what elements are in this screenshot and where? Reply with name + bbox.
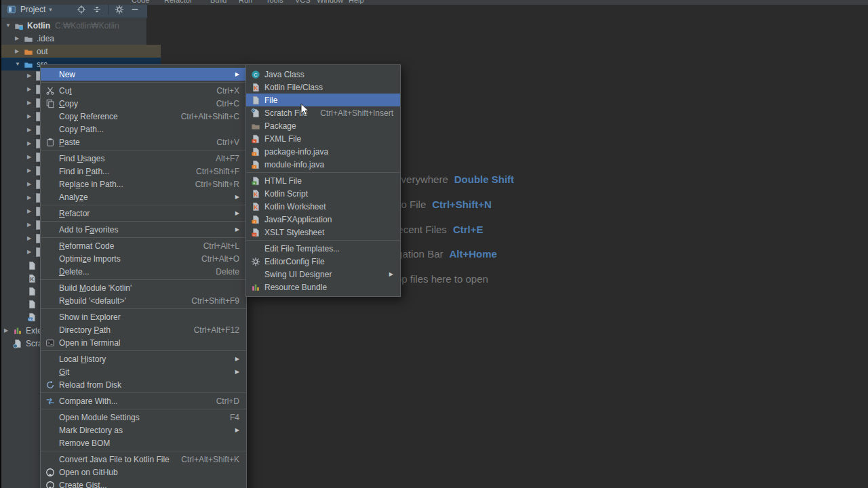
- menubar-item-vcs[interactable]: VCS: [295, 0, 311, 4]
- menubar-item-run[interactable]: Run: [239, 0, 252, 4]
- collapse-arrow-icon[interactable]: ▼: [5, 22, 14, 28]
- menubar-item-help[interactable]: Help: [349, 0, 364, 4]
- expand-arrow-icon[interactable]: ▶: [15, 35, 24, 41]
- menu-item-label: Copy: [59, 99, 78, 108]
- new-submenu-item-kotlin-worksheet[interactable]: KKotlin Worksheet: [246, 200, 400, 213]
- new-submenu-item-editorconfig-file[interactable]: EditorConfig File: [246, 255, 400, 268]
- context-menu-item-open-in-terminal[interactable]: Open in Terminal: [41, 336, 246, 349]
- expand-arrow-icon[interactable]: ▶: [27, 222, 36, 228]
- menu-item-shortcut: Delete: [206, 267, 239, 277]
- expand-arrow-icon[interactable]: ▶: [27, 249, 36, 255]
- context-menu-item-replace-in-path[interactable]: Replace in Path...Ctrl+Shift+R: [41, 178, 246, 190]
- context-menu-item-compare-with[interactable]: Compare With...Ctrl+D: [41, 394, 246, 407]
- menubar-item-tools[interactable]: Tools: [266, 0, 283, 4]
- kotlin-icon: K: [250, 202, 261, 211]
- new-submenu-item-javafxapplication[interactable]: JJavaFXApplication: [246, 213, 400, 226]
- context-menu-item-mark-directory-as[interactable]: Mark Directory as▶: [41, 424, 246, 436]
- locate-icon[interactable]: [77, 5, 86, 14]
- new-submenu-item-resource-bundle[interactable]: Resource Bundle: [246, 281, 400, 293]
- menu-item-label: Git: [59, 367, 69, 377]
- new-submenu-item-package[interactable]: Package: [246, 119, 400, 132]
- new-submenu-item-package-info-java[interactable]: Jpackage-info.java: [246, 145, 400, 158]
- expand-arrow-icon[interactable]: ▶: [27, 181, 36, 187]
- expand-arrow-icon[interactable]: ▶: [27, 195, 36, 201]
- expand-arrow-icon[interactable]: ▶: [27, 208, 36, 214]
- tree-item-idea[interactable]: ▶.idea: [1, 32, 161, 45]
- gear-icon[interactable]: [115, 5, 124, 14]
- menu-bar[interactable]: CodeRefactorBuildRunToolsVCSWindowHelp: [1, 0, 868, 5]
- new-submenu-item-fxml-file[interactable]: fxFXML File: [246, 132, 400, 145]
- context-menu-item-remove-bom[interactable]: Remove BOM: [41, 436, 246, 449]
- context-menu-item-find-usages[interactable]: Find UsagesAlt+F7: [41, 152, 246, 165]
- new-submenu-item-kotlin-file-class[interactable]: KKotlin File/Class: [246, 81, 400, 94]
- expand-arrow-icon[interactable]: ▶: [27, 167, 36, 174]
- context-menu-item-directory-path[interactable]: Directory PathCtrl+Alt+F12: [41, 323, 246, 336]
- context-menu-item-git[interactable]: Git▶: [41, 365, 246, 378]
- context-menu-item-reformat-code[interactable]: Reformat CodeCtrl+Alt+L: [41, 239, 246, 252]
- context-menu-item-build-module-kotlin[interactable]: Build Module 'Kotlin': [41, 281, 246, 294]
- collapse-arrow-icon[interactable]: ▼: [15, 61, 24, 67]
- context-menu-item-convert-java-file-to-kotlin-file[interactable]: Convert Java File to Kotlin FileCtrl+Alt…: [41, 453, 246, 466]
- context-menu-item-paste[interactable]: PasteCtrl+V: [41, 136, 246, 148]
- new-submenu-item-java-class[interactable]: CJava Class: [246, 68, 400, 81]
- new-submenu-item-swing-ui-designer[interactable]: Swing UI Designer▶: [246, 268, 400, 281]
- new-submenu-item-scratch-file[interactable]: Scratch FileCtrl+Alt+Shift+Insert: [246, 106, 400, 119]
- context-menu-item-copy[interactable]: CopyCtrl+C: [41, 97, 246, 110]
- context-menu-item-analyze[interactable]: Analyze▶: [41, 190, 246, 203]
- new-submenu-item-edit-file-templates[interactable]: Edit File Templates...: [246, 242, 400, 255]
- svg-text:J: J: [254, 165, 255, 168]
- context-menu-item-open-on-github[interactable]: Open on GitHub: [41, 466, 246, 479]
- collapse-all-icon[interactable]: [92, 5, 102, 14]
- context-menu-item-copy-reference[interactable]: Copy ReferenceCtrl+Alt+Shift+C: [41, 110, 246, 123]
- menu-item-label: Package: [264, 121, 296, 131]
- expand-arrow-icon[interactable]: ▶: [27, 140, 36, 146]
- expand-arrow-icon[interactable]: ▶: [27, 73, 36, 79]
- context-menu-item-local-history[interactable]: Local History▶: [41, 352, 246, 365]
- expand-arrow-icon[interactable]: ▶: [27, 235, 36, 241]
- context-menu-item-show-in-explorer[interactable]: Show in Explorer: [41, 310, 246, 323]
- expand-arrow-icon[interactable]: ▶: [4, 327, 13, 333]
- expand-arrow-icon[interactable]: ▶: [27, 86, 36, 92]
- menu-separator: [41, 392, 246, 393]
- menu-item-label: Build Module 'Kotlin': [59, 283, 132, 293]
- new-submenu-item-xslt-stylesheet[interactable]: <>XSLT Stylesheet: [246, 226, 400, 239]
- new-submenu-item-kotlin-script[interactable]: KKotlin Script: [246, 187, 400, 200]
- menu-item-shortcut: Ctrl+D: [207, 396, 239, 406]
- menu-item-label: Java Class: [264, 70, 304, 79]
- context-menu-item-create-gist[interactable]: Create Gist...: [41, 479, 246, 488]
- context-menu-item-rebuild-default[interactable]: Rebuild '<default>'Ctrl+Shift+F9: [41, 294, 246, 307]
- menubar-item-window[interactable]: Window: [317, 0, 343, 4]
- context-menu-item-refactor[interactable]: Refactor▶: [41, 207, 246, 220]
- menu-separator: [41, 308, 246, 309]
- expand-arrow-icon[interactable]: ▶: [27, 113, 36, 119]
- panel-title[interactable]: Project: [20, 5, 45, 14]
- context-menu-item-add-to-favorites[interactable]: Add to Favorites▶: [41, 223, 246, 236]
- terminal-icon: [45, 338, 56, 348]
- menu-item-label: EditorConfig File: [264, 257, 325, 266]
- new-submenu-item-module-info-java[interactable]: Jmodule-info.java: [246, 158, 400, 171]
- context-menu-item-optimize-imports[interactable]: Optimize ImportsCtrl+Alt+O: [41, 252, 246, 265]
- expand-arrow-icon[interactable]: ▶: [27, 127, 36, 133]
- expand-arrow-icon[interactable]: ▶: [27, 100, 36, 106]
- context-menu-item-open-module-settings[interactable]: Open Module SettingsF4: [41, 411, 246, 424]
- tree-item-out[interactable]: ▶out: [1, 45, 161, 58]
- context-menu-item-delete[interactable]: Delete...Delete: [41, 265, 246, 278]
- expand-arrow-icon[interactable]: ▶: [27, 154, 36, 160]
- github-icon: [45, 468, 56, 477]
- context-menu-item-reload-from-disk[interactable]: Reload from Disk: [41, 378, 246, 391]
- menu-item-label: Refactor: [59, 209, 90, 218]
- context-menu-item-copy-path[interactable]: Copy Path...: [41, 123, 246, 136]
- menubar-item-build[interactable]: Build: [210, 0, 226, 4]
- minimize-icon[interactable]: [130, 5, 140, 14]
- chevron-down-icon[interactable]: ▾: [49, 6, 52, 13]
- menubar-item-code[interactable]: Code: [132, 0, 149, 4]
- expand-arrow-icon[interactable]: ▶: [15, 48, 24, 54]
- menubar-item-refactor[interactable]: Refactor: [164, 0, 193, 4]
- context-menu-item-new[interactable]: New▶: [41, 68, 246, 81]
- new-submenu-item-html-file[interactable]: HHTML File: [246, 174, 400, 187]
- svg-text:K: K: [254, 85, 258, 92]
- context-menu-item-cut[interactable]: CutCtrl+X: [41, 84, 246, 97]
- new-submenu-item-file[interactable]: File: [246, 94, 400, 106]
- tree-item-kotlin[interactable]: ▼KotlinC:₩Kotlin₩Kotlin: [1, 19, 151, 32]
- context-menu-item-find-in-path[interactable]: Find in Path...Ctrl+Shift+F: [41, 165, 246, 178]
